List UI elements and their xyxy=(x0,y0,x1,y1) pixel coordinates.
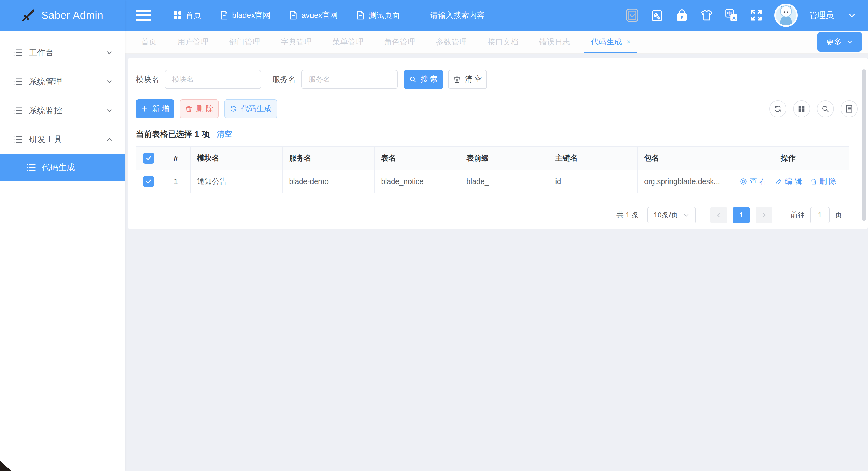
list-icon xyxy=(27,164,36,171)
add-button[interactable]: 新 增 xyxy=(136,99,174,118)
cell-prefix: blade_ xyxy=(460,170,549,193)
table-row[interactable]: 1 通知公告 blade-demo blade_notice blade_ id… xyxy=(136,170,849,193)
action-row: 新 增 删 除 代码生成 xyxy=(136,99,858,118)
pagination: 共 1 条 10条/页 1 前往 页 xyxy=(136,207,858,223)
service-name-input[interactable] xyxy=(301,70,398,89)
table-header-row: # 模块名 服务名 表名 表前缀 主键名 包名 操作 xyxy=(136,147,849,170)
topnav-test-page[interactable]: 测试页面 xyxy=(349,0,407,31)
topnav-avuex-site[interactable]: avuex官网 xyxy=(282,0,345,31)
lock-screen-icon[interactable] xyxy=(675,8,689,22)
code-generate-button[interactable]: 代码生成 xyxy=(224,99,277,118)
close-tab-icon[interactable]: × xyxy=(627,38,630,46)
page-1-button[interactable]: 1 xyxy=(733,207,750,223)
edit-row-link[interactable]: 编 辑 xyxy=(775,176,802,187)
debug-tool-icon[interactable] xyxy=(650,8,664,22)
app-root: Saber Admin 工作台 xyxy=(0,0,868,471)
tabbar: 首页 用户管理 部门管理 字典管理 菜单管理 角色管理 参数管理 接口文档 错误… xyxy=(125,31,868,54)
column-settings-icon[interactable] xyxy=(793,100,810,117)
tab-code-generation[interactable]: 代码生成 × xyxy=(581,31,641,53)
delete-row-link[interactable]: 删 除 xyxy=(811,176,836,187)
language-translate-icon[interactable]: 中 A xyxy=(725,8,738,22)
content-area: 模块名 服务名 搜 索 清 空 xyxy=(125,54,868,471)
fullscreen-icon[interactable] xyxy=(750,8,763,22)
sidebar-item-code-generation-active[interactable]: 代码生成 xyxy=(0,154,125,181)
sidebar: Saber Admin 工作台 xyxy=(0,0,125,471)
filter-row: 模块名 服务名 搜 索 清 空 xyxy=(136,70,858,89)
sidebar-menu: 工作台 系统管理 xyxy=(0,31,125,181)
goto-page-input[interactable] xyxy=(810,207,830,223)
row-checkbox[interactable] xyxy=(143,176,154,187)
table-tools xyxy=(769,100,858,117)
selection-count: 1 xyxy=(195,129,199,139)
page-size-select[interactable]: 10条/页 xyxy=(647,207,696,223)
document-icon xyxy=(357,11,365,20)
theme-tshirt-icon[interactable] xyxy=(700,8,713,22)
sidebar-item-label: 研发工具 xyxy=(29,134,106,145)
sidebar-item-label: 系统管理 xyxy=(29,76,106,87)
tab-param-management[interactable]: 参数管理 xyxy=(426,31,477,53)
col-module: 模块名 xyxy=(190,147,282,170)
sidebar-item-label: 工作台 xyxy=(29,47,106,58)
delete-button[interactable]: 删 除 xyxy=(180,99,219,118)
sidebar-item-label: 系统监控 xyxy=(29,105,106,116)
search-button[interactable]: 搜 索 xyxy=(404,70,443,89)
export-list-icon[interactable] xyxy=(841,100,858,117)
tab-dept-management[interactable]: 部门管理 xyxy=(219,31,270,53)
panel-toggle-icon[interactable] xyxy=(625,8,639,22)
col-package: 包名 xyxy=(638,147,727,170)
search-toggle-icon[interactable] xyxy=(817,100,834,117)
topnav-label: avuex官网 xyxy=(301,10,338,21)
scrollbar-thumb[interactable] xyxy=(862,69,866,221)
collapse-menu-icon[interactable] xyxy=(136,9,151,21)
goto-suffix: 页 xyxy=(835,210,842,220)
chevron-down-icon xyxy=(106,50,113,56)
tab-api-docs[interactable]: 接口文档 xyxy=(477,31,529,53)
topnav-home[interactable]: 首页 xyxy=(166,0,208,31)
list-icon xyxy=(13,136,22,144)
clear-selection-link[interactable]: 清空 xyxy=(217,129,232,139)
desktop-corner-artifact xyxy=(0,461,11,471)
selection-prefix: 当前表格已选择 xyxy=(136,129,192,139)
tab-home[interactable]: 首页 xyxy=(131,31,167,53)
clear-filters-button[interactable]: 清 空 xyxy=(448,70,487,89)
app-logo[interactable]: Saber Admin xyxy=(0,0,125,31)
list-icon xyxy=(13,49,22,57)
global-search-input[interactable]: 请输入搜索内容 xyxy=(430,10,485,21)
refresh-icon[interactable] xyxy=(769,100,786,117)
more-tabs-button[interactable]: 更多 xyxy=(817,32,862,52)
tab-error-log[interactable]: 错误日志 xyxy=(529,31,581,53)
topnav-label: bladex官网 xyxy=(232,10,270,21)
svg-text:A: A xyxy=(732,15,736,21)
sidebar-item-system-management[interactable]: 系统管理 xyxy=(0,67,125,96)
selection-suffix: 项 xyxy=(202,129,210,139)
prev-page-button[interactable] xyxy=(710,207,727,223)
select-all-checkbox[interactable] xyxy=(143,153,154,164)
app-title: Saber Admin xyxy=(41,9,103,21)
col-actions: 操作 xyxy=(727,147,849,170)
col-table: 表名 xyxy=(375,147,460,170)
module-name-input[interactable] xyxy=(165,70,261,89)
chevron-down-icon[interactable] xyxy=(845,8,859,22)
sidebar-item-system-monitor[interactable]: 系统监控 xyxy=(0,96,125,125)
sidebar-item-workbench[interactable]: 工作台 xyxy=(0,38,125,67)
tab-dict-management[interactable]: 字典管理 xyxy=(270,31,322,53)
topnav-label: 首页 xyxy=(186,10,201,21)
username[interactable]: 管理员 xyxy=(809,9,834,21)
view-row-link[interactable]: 查 看 xyxy=(740,176,767,187)
goto-label: 前往 xyxy=(790,210,805,220)
next-page-button[interactable] xyxy=(756,207,772,223)
cell-service: blade-demo xyxy=(282,170,375,193)
col-pk: 主键名 xyxy=(549,147,638,170)
tab-menu-management[interactable]: 菜单管理 xyxy=(322,31,374,53)
sidebar-item-dev-tools[interactable]: 研发工具 xyxy=(0,125,125,154)
tab-user-management[interactable]: 用户管理 xyxy=(167,31,219,53)
topnav-bladex-site[interactable]: bladex官网 xyxy=(213,0,278,31)
selection-info: 当前表格已选择 1 项 清空 xyxy=(136,129,858,139)
sidebar-item-label: 代码生成 xyxy=(42,162,75,173)
user-avatar[interactable] xyxy=(774,4,798,27)
crud-panel: 模块名 服务名 搜 索 清 空 xyxy=(128,58,868,229)
main-area: 首页 bladex官网 avuex官 xyxy=(125,0,868,471)
tab-role-management[interactable]: 角色管理 xyxy=(374,31,426,53)
chevron-up-icon xyxy=(106,136,113,143)
cell-pk: id xyxy=(549,170,638,193)
